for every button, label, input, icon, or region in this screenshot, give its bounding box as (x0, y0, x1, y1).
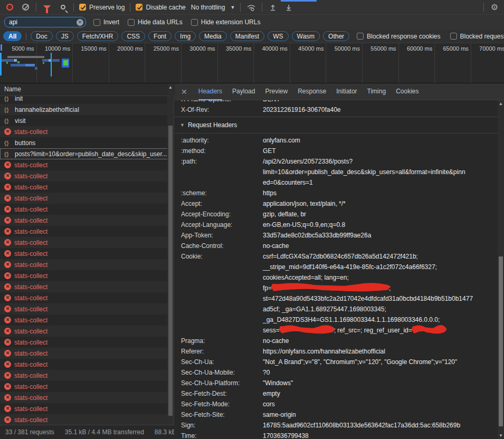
tab-preview[interactable]: Preview (265, 83, 288, 100)
request-row-buttons[interactable]: {:}buttons (0, 137, 168, 148)
overview-waterfall-bar (6, 62, 8, 64)
error-icon: ✕ (4, 306, 11, 312)
filter-pill-other[interactable]: Other (323, 31, 349, 41)
filter-pill-css[interactable]: CSS (121, 31, 145, 41)
request-row-stats-collect[interactable]: ✕stats-collect (0, 248, 168, 259)
request-row-stats-collect[interactable]: ✕stats-collect (0, 170, 168, 182)
header-value-line: csrf=LdfcGX4Sa72db06824c657db26a5d142472… (263, 251, 498, 262)
throttling-dropdown[interactable]: No throttling ▼ (191, 4, 235, 11)
filter-pill-img[interactable]: Img (175, 31, 196, 41)
request-headers-section-header[interactable]: ▼ Request Headers (175, 119, 498, 131)
request-row-stats-collect[interactable]: ✕stats-collect (0, 126, 168, 137)
request-row-stats-collect[interactable]: ✕stats-collect (0, 381, 168, 392)
gear-icon: ⚙ (491, 2, 498, 12)
search-button[interactable] (58, 2, 68, 13)
request-row-stats-collect[interactable]: ✕stats-collect (0, 292, 168, 303)
type-blocked-requests-checkbox[interactable]: Blocked requests (450, 33, 504, 40)
request-row-stats-collect[interactable]: ✕stats-collect (0, 259, 168, 270)
request-row-stats-collect[interactable]: ✕stats-collect (0, 215, 168, 226)
header-value-line: /api2/v2/users/20572336/posts? (263, 156, 498, 167)
tab-response[interactable]: Response (298, 83, 326, 100)
request-name: stats-collect (14, 328, 47, 335)
import-har-button[interactable] (268, 2, 278, 13)
request-row-stats-collect[interactable]: ✕stats-collect (0, 326, 168, 337)
request-row-init[interactable]: {:}init (0, 96, 168, 104)
tab-timing[interactable]: Timing (367, 83, 386, 100)
record-button[interactable] (4, 2, 15, 13)
filter-invert-checkbox[interactable]: Invert (93, 18, 119, 26)
scrollbar-thumb[interactable] (499, 256, 503, 426)
request-row-visit[interactable]: {:}visit (0, 115, 168, 126)
request-row-stats-collect[interactable]: ✕stats-collect (0, 414, 168, 425)
request-name: stats-collect (14, 294, 47, 302)
scroll-up-icon[interactable]: ▲ (168, 85, 173, 90)
header-row-authority: :authority:onlyfans.com (175, 135, 498, 146)
filter-pill-fetch-xhr[interactable]: Fetch/XHR (77, 31, 119, 41)
clear-button[interactable] (20, 2, 31, 13)
filter-hide-extension-urls-checkbox[interactable]: Hide extension URLs (191, 18, 261, 26)
header-value-line: onlyfans.com (263, 135, 498, 146)
scroll-up-icon[interactable]: ▲ (499, 101, 503, 106)
filter-pill-manifest[interactable]: Manifest (230, 31, 264, 41)
network-conditions-icon: ↑ (246, 4, 256, 11)
filter-hide-data-urls-checkbox[interactable]: Hide data URLs (128, 18, 183, 26)
request-row-stats-collect[interactable]: ✕stats-collect (0, 204, 168, 215)
disable-cache-checkbox[interactable]: Disable cache (136, 4, 185, 11)
request-row-stats-collect[interactable]: ✕stats-collect (0, 337, 168, 348)
filter-button[interactable] (42, 2, 52, 13)
request-row-stats-collect[interactable]: ✕stats-collect (0, 314, 168, 326)
filter-search-input[interactable] (9, 18, 75, 26)
export-har-button[interactable] (283, 2, 294, 13)
section-title: Request Headers (188, 121, 237, 129)
header-name: Referer: (181, 346, 263, 357)
timeline-overview[interactable]: 5000 ms10000 ms15000 ms20000 ms25000 ms3… (0, 43, 504, 83)
filter-pill-doc[interactable]: Doc (31, 31, 52, 41)
request-row-posts-limit-10-order-publish-date-desc-s[interactable]: {:}posts?limit=10&order=publish_date_des… (0, 148, 168, 159)
filter-pill-media[interactable]: Media (199, 31, 227, 41)
error-icon: ✕ (4, 161, 11, 168)
toolbar-divider (240, 3, 241, 12)
header-value-line: 1703636799438 (263, 431, 498, 439)
filter-pill-all[interactable]: All (3, 31, 22, 41)
preserve-log-checkbox[interactable]: Preserve log (79, 4, 125, 11)
request-row-stats-collect[interactable]: ✕stats-collect (0, 193, 168, 204)
settings-button[interactable]: ⚙ (489, 2, 500, 13)
request-row-stats-collect[interactable]: ✕stats-collect (0, 159, 168, 170)
clear-search-icon[interactable]: ✕ (77, 19, 83, 26)
header-row-cache-control: Cache-Control:no-cache (175, 241, 498, 251)
request-row-stats-collect[interactable]: ✕stats-collect (0, 303, 168, 314)
request-row-hannahelizabethofficial[interactable]: {:}hannahelizabethofficial (0, 104, 168, 115)
tab-headers[interactable]: Headers (198, 83, 222, 100)
network-conditions-button[interactable]: ↑ (246, 2, 256, 13)
filter-pill-font[interactable]: Font (148, 31, 172, 41)
request-row-stats-collect[interactable]: ✕stats-collect (0, 370, 168, 381)
request-row-stats-collect[interactable]: ✕stats-collect (0, 182, 168, 193)
type-blocked-response-cookies-checkbox[interactable]: Blocked response cookies (357, 33, 440, 40)
request-row-stats-collect[interactable]: ✕stats-collect (0, 281, 168, 292)
filter-search-box[interactable]: ✕ (4, 17, 86, 27)
tab-payload[interactable]: Payload (232, 83, 255, 100)
request-row-stats-collect[interactable]: ✕stats-collect (0, 226, 168, 237)
request-name: visit (15, 117, 26, 125)
scrollbar-thumb[interactable] (168, 126, 173, 416)
request-row-stats-collect[interactable]: ✕stats-collect (0, 237, 168, 248)
request-row-stats-collect[interactable]: ✕stats-collect (0, 359, 168, 370)
request-row-stats-collect[interactable]: ✕stats-collect (0, 403, 168, 414)
request-row-stats-collect[interactable]: ✕stats-collect (0, 348, 168, 359)
name-column-header[interactable]: Name (0, 83, 174, 96)
tab-cookies[interactable]: Cookies (396, 83, 419, 100)
filter-pill-wasm[interactable]: Wasm (292, 31, 320, 41)
request-row-stats-collect[interactable]: ✕stats-collect (0, 270, 168, 281)
request-list-scrollbar[interactable]: ▲ (167, 83, 174, 425)
filter-pill-ws[interactable]: WS (268, 31, 288, 41)
header-value-line: application/json, text/plain, */* (263, 198, 498, 209)
request-row-stats-collect[interactable]: ✕stats-collect (0, 392, 168, 403)
scroll-down-icon[interactable]: ▼ (499, 433, 503, 438)
tab-initiator[interactable]: Initiator (336, 83, 357, 100)
filter-pill-js[interactable]: JS (56, 31, 74, 41)
throttling-value: No throttling (191, 4, 225, 11)
header-value-line: GET (263, 146, 498, 156)
detail-scrollbar[interactable]: ▲ ▼ (498, 100, 504, 439)
network-status-bar: 33 / 381 requests35.1 kB / 4.4 MB transf… (0, 425, 174, 439)
close-detail-button[interactable]: ✕ (181, 88, 187, 96)
